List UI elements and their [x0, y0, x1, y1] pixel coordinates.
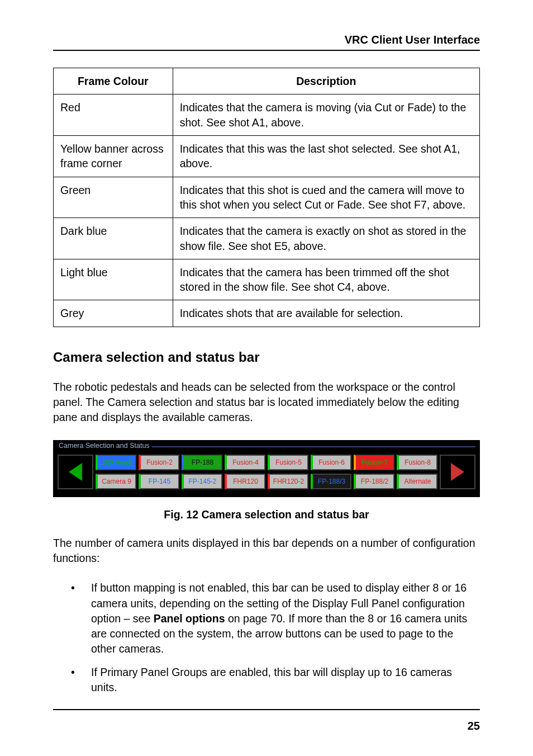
table-row: Dark blue Indicates that the camera is e…	[54, 218, 480, 259]
intro-paragraph: The robotic pedestals and heads can be s…	[53, 380, 480, 426]
camera-button[interactable]: Fusion-7	[354, 455, 394, 470]
header-rule	[53, 50, 480, 51]
cell-desc: Indicates that this was the last shot se…	[173, 135, 479, 177]
camera-button[interactable]: Fusion-5	[268, 455, 308, 470]
camera-button[interactable]: FP-145-2	[182, 474, 222, 489]
camera-status-figure: Camera Selection and Status 100 Head Fus…	[53, 440, 480, 497]
camera-button[interactable]: Fusion-2	[139, 455, 179, 470]
page-number: 25	[468, 720, 480, 733]
cell-colour: Dark blue	[54, 218, 173, 259]
figure-label-line	[152, 446, 475, 447]
bullet-list: If button mapping is not enabled, this b…	[71, 580, 480, 695]
camera-button[interactable]: Camera 9	[96, 474, 136, 489]
table-row: Yellow banner across frame corner Indica…	[54, 135, 480, 177]
cell-desc: Indicates that this shot is cued and the…	[173, 177, 479, 218]
cell-colour: Grey	[54, 300, 173, 327]
camera-button[interactable]: Fusion-4	[225, 455, 265, 470]
footer-rule	[53, 709, 480, 710]
table-header-colour: Frame Colour	[54, 68, 173, 94]
list-item: If Primary Panel Groups are enabled, thi…	[71, 665, 480, 696]
panel-options-ref: Panel options	[154, 612, 225, 625]
camera-button[interactable]: Fusion-6	[311, 455, 351, 470]
cell-desc: Indicates that the camera has been trimm…	[173, 259, 479, 300]
camera-button[interactable]: FHR120-2	[268, 474, 308, 489]
cell-desc: Indicates that the camera is moving (via…	[173, 94, 479, 136]
figure-panel-label: Camera Selection and Status	[59, 442, 150, 450]
cell-colour: Red	[54, 94, 173, 136]
table-row: Grey Indicates shots that are available …	[54, 300, 480, 327]
camera-button[interactable]: FP-188	[182, 455, 222, 470]
camera-button[interactable]: Fusion-8	[397, 455, 437, 470]
page-left-button[interactable]	[58, 455, 93, 489]
section-heading: Camera selection and status bar	[53, 349, 480, 365]
page-right-button[interactable]	[440, 455, 475, 489]
cell-colour: Green	[54, 177, 173, 218]
figure-caption: Fig. 12 Camera selection and status bar	[53, 508, 480, 521]
cell-desc: Indicates shots that are available for s…	[173, 300, 479, 327]
camera-button[interactable]: FP-188/2	[354, 474, 394, 489]
cell-colour: Light blue	[54, 259, 173, 300]
arrow-left-icon	[69, 463, 82, 481]
arrow-right-icon	[451, 463, 464, 481]
camera-button[interactable]: FP-188/3	[311, 474, 351, 489]
cell-colour: Yellow banner across frame corner	[54, 135, 173, 177]
post-figure-paragraph: The number of camera units displayed in …	[53, 536, 480, 566]
header-title: VRC Client User Interface	[53, 34, 480, 46]
table-row: Light blue Indicates that the camera has…	[54, 259, 480, 300]
table-header-description: Description	[173, 68, 479, 94]
list-item: If button mapping is not enabled, this b…	[71, 580, 480, 656]
camera-button[interactable]: FHR120	[225, 474, 265, 489]
bullet-text: If Primary Panel Groups are enabled, thi…	[91, 666, 452, 693]
cell-desc: Indicates that the camera is exactly on …	[173, 218, 479, 259]
camera-button[interactable]: Alternate	[397, 474, 437, 489]
camera-button[interactable]: 100 Head	[96, 455, 136, 470]
frame-colour-table: Frame Colour Description Red Indicates t…	[53, 68, 480, 327]
table-row: Red Indicates that the camera is moving …	[54, 94, 480, 136]
camera-button[interactable]: FP-145	[139, 474, 179, 489]
table-row: Green Indicates that this shot is cued a…	[54, 177, 480, 218]
